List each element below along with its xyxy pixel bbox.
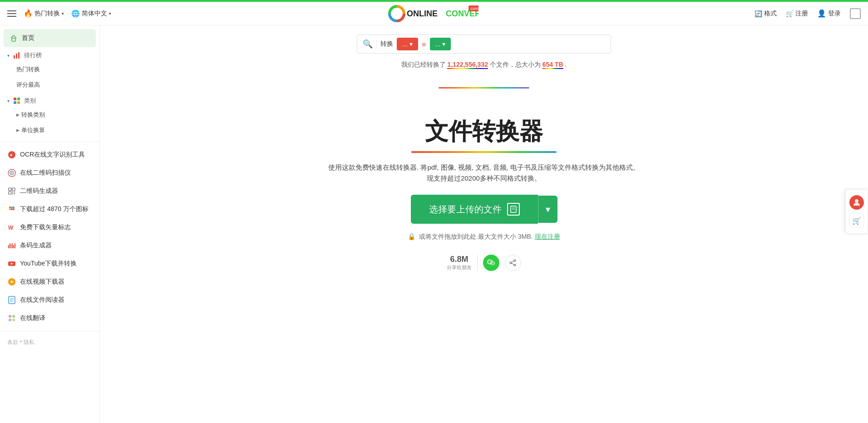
convert-category-label: 转换类别 xyxy=(21,111,45,119)
qr-scan-icon xyxy=(7,168,16,177)
hamburger-menu[interactable] xyxy=(7,10,16,17)
svg-rect-40 xyxy=(15,243,15,248)
svg-rect-12 xyxy=(14,98,16,100)
sidebar-section-ranking[interactable]: ▾ 排行榜 xyxy=(0,47,99,62)
sidebar-item-youtube[interactable]: YouTube下载并转换 xyxy=(0,255,99,273)
video-downloader-label: 在线视频下载器 xyxy=(20,278,64,286)
svg-rect-26 xyxy=(12,193,13,194)
ocr-label: OCR在线文字识别工具 xyxy=(20,151,85,159)
sidebar-item-video-downloader[interactable]: 在线视频下载器 xyxy=(0,273,99,291)
share-icon[interactable] xyxy=(505,255,521,271)
svg-point-33 xyxy=(13,208,15,210)
sidebar-item-vector-logo[interactable]: W 免费下载矢量标志 xyxy=(0,218,99,236)
svg-rect-9 xyxy=(14,55,15,59)
svg-line-66 xyxy=(512,263,514,265)
svg-rect-27 xyxy=(14,193,15,194)
sidebar-section-category[interactable]: ▾ 类别 xyxy=(0,93,99,107)
format-icon: 🔄 xyxy=(755,10,762,17)
convert-from-chevron-icon: ▾ xyxy=(409,40,413,48)
convert-from-dropdown[interactable]: ... ▾ xyxy=(397,38,418,50)
sidebar-item-unit-convert[interactable]: ▶ 单位换算 xyxy=(0,123,99,138)
qr-scan-label: 在线二维码扫描仪 xyxy=(20,169,71,177)
hot-convert-menu[interactable]: 🔥 热门转换 ▾ xyxy=(24,9,64,18)
vector-logo-icon: W xyxy=(7,223,16,232)
youtube-label: YouTube下载并转换 xyxy=(20,260,77,268)
double-arrow-icon: » xyxy=(422,39,426,49)
sidebar-item-ocr[interactable]: ♥ OCR在线文字识别工具 xyxy=(0,146,99,164)
upload-dropdown-button[interactable]: ▾ xyxy=(538,196,557,223)
stats-bar: 我们已经转换了 1,122,556,332 个文件，总大小为 654 TB . xyxy=(401,61,567,69)
stats-count: 1,122,556,332 xyxy=(447,61,488,69)
youtube-icon xyxy=(7,259,16,268)
sidebar-item-convert-category[interactable]: ▶ 转换类别 xyxy=(0,107,99,123)
svg-text:♥: ♥ xyxy=(10,153,12,157)
convert-to-dropdown[interactable]: ... ▾ xyxy=(430,38,451,50)
language-menu[interactable]: 🌐 简体中文 ▾ xyxy=(71,10,111,18)
search-icon: 🔍 xyxy=(363,39,373,49)
ranking-icon xyxy=(12,51,21,60)
svg-point-28 xyxy=(9,207,11,208)
svg-rect-35 xyxy=(8,245,9,248)
footer-privacy[interactable]: 隐私 xyxy=(24,339,35,346)
share-number: 6.8M xyxy=(447,255,472,264)
sidebar-item-qr-scan[interactable]: 在线二维码扫描仪 xyxy=(0,164,99,182)
download-icons-icon xyxy=(7,205,16,214)
maximize-btn[interactable] xyxy=(850,8,861,19)
format-menu[interactable]: 🔄 格式 xyxy=(755,10,777,18)
register-link[interactable]: 现在注册 xyxy=(535,233,560,240)
svg-rect-39 xyxy=(13,245,14,248)
svg-point-51 xyxy=(9,319,11,321)
share-section: 6.8M 分享给朋友 xyxy=(447,255,521,271)
svg-rect-23 xyxy=(9,192,11,194)
sidebar-item-file-reader[interactable]: 在线文件阅读器 xyxy=(0,291,99,309)
sidebar-divider-2 xyxy=(0,331,99,331)
user-icon: 👤 xyxy=(817,9,826,18)
sidebar-item-qr-generate[interactable]: 二维码生成器 xyxy=(0,182,99,200)
logo[interactable]: ONLINE CONVERT .com xyxy=(388,5,478,23)
convert-to-value: ... xyxy=(435,40,441,48)
svg-point-60 xyxy=(492,263,493,264)
sidebar-item-translate[interactable]: 在线翻译 xyxy=(0,309,99,327)
unit-convert-chevron-icon: ▶ xyxy=(16,128,20,133)
upload-section: 选择要上传的文件 ▾ xyxy=(411,195,557,224)
svg-rect-25 xyxy=(14,192,15,192)
register-btn[interactable]: 🛒 注册 xyxy=(786,10,808,18)
file-reader-icon xyxy=(7,295,16,305)
sidebar-item-hot-convert[interactable]: 热门转换 xyxy=(0,62,99,77)
sidebar-item-barcode[interactable]: 条码生成器 xyxy=(0,236,99,255)
cart-icon: 🛒 xyxy=(786,10,794,17)
sidebar-item-download-icons[interactable]: 下载超过 4870 万个图标 xyxy=(0,200,99,218)
svg-rect-37 xyxy=(11,244,11,248)
floating-user-icon[interactable] xyxy=(849,195,864,210)
footer-terms[interactable]: 条款 xyxy=(7,339,18,346)
upload-file-icon xyxy=(507,203,520,216)
svg-point-67 xyxy=(855,199,858,203)
upload-file-button[interactable]: 选择要上传的文件 xyxy=(411,195,538,224)
language-label: 简体中文 xyxy=(82,10,107,18)
download-icons-label: 下载超过 4870 万个图标 xyxy=(20,205,89,213)
share-divider xyxy=(477,255,478,271)
login-btn[interactable]: 👤 登录 xyxy=(817,9,841,18)
format-label: 格式 xyxy=(764,10,777,18)
floating-cart-button[interactable]: 🛒 xyxy=(849,213,864,228)
hot-convert-label: 热门转换 xyxy=(35,10,60,18)
main-subtitle: 使用这款免费快速在线转换器. 将pdf, 图像, 视频, 文档, 音频, 电子书… xyxy=(325,162,643,184)
svg-rect-24 xyxy=(12,192,13,192)
main-title: 文件转换器 xyxy=(325,116,643,148)
svg-rect-36 xyxy=(10,243,10,248)
wechat-icon[interactable] xyxy=(483,255,499,271)
convert-text-label: 转换 xyxy=(380,40,393,48)
sidebar-item-home[interactable]: 首页 xyxy=(4,29,96,47)
svg-rect-10 xyxy=(16,54,17,59)
sidebar: 首页 ▾ 排行榜 热门转换 评分最高 ▾ xyxy=(0,25,100,423)
category-label: 类别 xyxy=(24,97,36,105)
share-count: 6.8M 分享给朋友 xyxy=(447,255,472,271)
main-content: 🔍 转换 ... ▾ » ... ▾ 我们已经转换了 1,122,556,332… xyxy=(100,25,868,423)
sidebar-item-top-rated[interactable]: 评分最高 xyxy=(0,77,99,93)
hot-convert-chevron-icon: ▾ xyxy=(62,11,64,16)
upload-label: 选择要上传的文件 xyxy=(429,203,502,216)
main-title-section: 文件转换器 使用这款免费快速在线转换器. 将pdf, 图像, 视频, 文档, 音… xyxy=(325,116,643,184)
svg-point-62 xyxy=(514,260,516,261)
search-convert-bar: 🔍 转换 ... ▾ » ... ▾ xyxy=(357,34,611,54)
hot-convert-sub-label: 热门转换 xyxy=(16,66,40,73)
